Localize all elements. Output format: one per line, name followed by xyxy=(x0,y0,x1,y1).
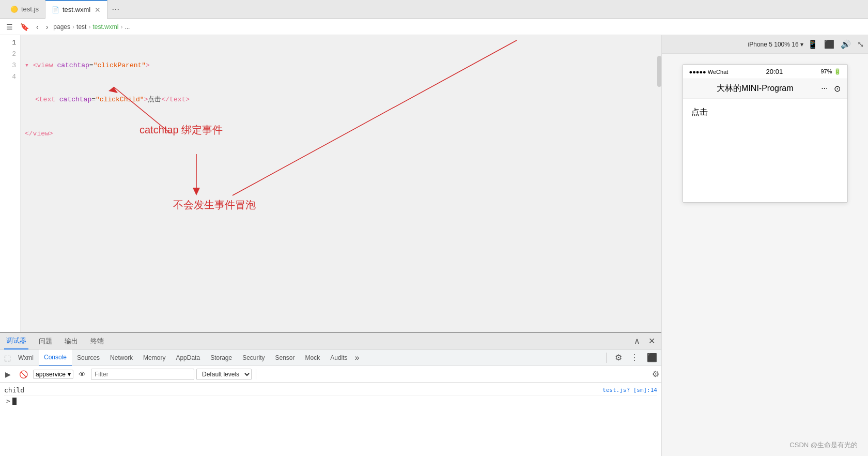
tab-js-label: test.js xyxy=(21,5,39,13)
panel-tab-mock[interactable]: Mock xyxy=(300,349,326,366)
tab-wxml-label: test.wxml xyxy=(63,6,90,13)
console-cursor xyxy=(12,398,17,405)
devtools-more-button[interactable]: ⋮ xyxy=(628,352,641,363)
code-line-3: </view> xyxy=(25,128,657,140)
left-panel: 1 2 3 4 ▾ <view catchtap="clickParent"> … xyxy=(0,35,661,456)
code-editor: 1 2 3 4 ▾ <view catchtap="clickParent"> … xyxy=(0,35,661,332)
device-icons: 📱 ⬛ 🔊 ⤡ xyxy=(808,39,864,49)
devtools-panel-tabs: ⬚ Wxml Console Sources Network Memory xyxy=(0,349,661,366)
appservice-selector[interactable]: appservice ▾ xyxy=(33,370,73,379)
phone-status-bar: ●●●●● WeChat 20:01 97% 🔋 xyxy=(683,65,847,79)
devtools-bottom: 调试器 问题 输出 终端 ∧ ✕ xyxy=(0,332,661,456)
forward-button[interactable]: › xyxy=(44,22,51,32)
panel-tab-audits[interactable]: Audits xyxy=(325,349,352,366)
console-output: child test.js? [sm]:14 > xyxy=(0,383,661,456)
level-select[interactable]: Default levels xyxy=(196,369,252,380)
phone-battery: 97% 🔋 xyxy=(820,68,841,75)
filter-input[interactable] xyxy=(91,369,194,380)
devtools-settings-button[interactable]: ⚙ xyxy=(613,352,624,363)
panel-tab-sources[interactable]: Sources xyxy=(72,349,105,366)
panel-tab-wxml[interactable]: Wxml xyxy=(13,349,39,366)
panel-tab-sensor[interactable]: Sensor xyxy=(270,349,300,366)
inspector-icon-button[interactable]: ⬚ xyxy=(2,353,13,363)
tab-js-icon: 🟡 xyxy=(10,6,18,13)
device-panel: iPhone 5 100% 16 ▾ 📱 ⬛ 🔊 ⤡ xyxy=(661,35,868,456)
console-filter-bar: ▶ 🚫 appservice ▾ 👁 Default levels ⚙ xyxy=(0,366,661,383)
toolbar: ☰ 🔖 ‹ › pages › test › test.wxml › ... xyxy=(0,19,868,35)
device-toolbar: iPhone 5 100% 16 ▾ 📱 ⬛ 🔊 ⤡ xyxy=(662,35,868,54)
devtools-tab-issues[interactable]: 问题 xyxy=(37,333,54,349)
devtools-header: 调试器 问题 输出 终端 ∧ ✕ xyxy=(0,333,661,349)
code-line-2: <text catchtap="clickChild">点击</text> xyxy=(25,94,657,105)
breadcrumb-file-link[interactable]: test.wxml xyxy=(92,23,118,31)
code-content: 1 2 3 4 ▾ <view catchtap="clickParent"> … xyxy=(0,35,661,332)
battery-icon: 🔋 xyxy=(834,68,841,74)
devtools-tab-terminal[interactable]: 终端 xyxy=(88,333,106,349)
panel-tab-console[interactable]: Console xyxy=(39,349,72,366)
tab-wxml-icon: 📄 xyxy=(52,6,59,13)
phone-circle-icon[interactable]: ⊙ xyxy=(834,84,841,94)
devtools-tab-output[interactable]: 输出 xyxy=(63,333,80,349)
volume-icon[interactable]: 🔊 xyxy=(841,39,851,49)
run-button[interactable]: ▶ xyxy=(2,369,14,379)
console-source-link[interactable]: test.js? [sm]:14 xyxy=(602,387,657,393)
phone-title: 大林的MINI-Program xyxy=(717,83,793,94)
tab-test-js[interactable]: 🟡 test.js xyxy=(4,0,45,19)
tab-more-button[interactable]: ··· xyxy=(112,4,119,14)
devtools-header-right: ∧ ✕ xyxy=(632,335,657,347)
panel-tab-storage[interactable]: Storage xyxy=(205,349,237,366)
phone-nav-icons: ··· ⊙ xyxy=(821,84,841,94)
line-numbers: 1 2 3 4 xyxy=(0,35,21,332)
eye-button[interactable]: 👁 xyxy=(75,369,89,379)
breadcrumb: pages › test › test.wxml › ... xyxy=(53,23,130,31)
close-tab-button[interactable]: ✕ xyxy=(95,6,101,14)
device-dropdown-icon: ▾ xyxy=(800,41,803,48)
filter-separator xyxy=(256,369,256,379)
phone-content: 点击 xyxy=(683,99,847,202)
watermark: CSDN @生命是有光的 xyxy=(789,440,858,450)
rotate-portrait-icon[interactable]: 📱 xyxy=(808,39,818,49)
console-input-row[interactable]: > xyxy=(4,396,657,406)
filter-gear-icon[interactable]: ⚙ xyxy=(652,369,659,379)
stop-button[interactable]: 🚫 xyxy=(16,369,31,379)
panel-tab-network[interactable]: Network xyxy=(105,349,138,366)
panel-tab-icons: ⚙ ⋮ ⬛ xyxy=(604,352,659,363)
panel-tab-security[interactable]: Security xyxy=(237,349,270,366)
phone-signal: ●●●●● WeChat xyxy=(689,69,729,75)
code-line-4 xyxy=(25,162,657,174)
dropdown-arrow-icon: ▾ xyxy=(68,371,71,378)
devtools-collapse-button[interactable]: ∧ xyxy=(632,335,642,347)
devtools-dock-button[interactable]: ⬛ xyxy=(645,352,659,363)
back-button[interactable]: ‹ xyxy=(34,22,41,32)
menu-button[interactable]: ☰ xyxy=(4,22,15,32)
phone-dots-icon[interactable]: ··· xyxy=(821,84,828,94)
panel-tab-appdata[interactable]: AppData xyxy=(171,349,205,366)
devtools-header-tabs: 调试器 问题 输出 终端 xyxy=(4,333,106,349)
panel-tab-memory[interactable]: Memory xyxy=(138,349,171,366)
console-text-child: child xyxy=(4,386,24,394)
tab-test-wxml[interactable]: 📄 test.wxml ✕ xyxy=(45,0,107,19)
rotate-landscape-icon[interactable]: ⬛ xyxy=(824,39,834,49)
tab-bar: 🟡 test.js 📄 test.wxml ✕ ··· xyxy=(0,0,868,19)
phone-nav-bar: 大林的MINI-Program ··· ⊙ xyxy=(683,79,847,99)
panel-tab-more[interactable]: » xyxy=(353,353,362,362)
code-lines[interactable]: ▾ <view catchtap="clickParent"> <text ca… xyxy=(21,35,661,332)
device-model-select[interactable]: iPhone 5 100% 16 ▾ xyxy=(748,41,803,48)
devtools-tab-debugger[interactable]: 调试器 xyxy=(4,333,28,349)
separator xyxy=(606,353,607,363)
bookmark-button[interactable]: 🔖 xyxy=(18,22,31,32)
phone-frame: ●●●●● WeChat 20:01 97% 🔋 大林的MINI-Program… xyxy=(683,64,848,203)
code-line-1: ▾ <view catchtap="clickParent"> xyxy=(25,60,657,71)
phone-time: 20:01 xyxy=(766,68,783,75)
devtools-close-button[interactable]: ✕ xyxy=(646,335,657,347)
console-prompt: > xyxy=(6,397,10,405)
expand-icon[interactable]: ⤡ xyxy=(857,39,864,49)
console-row-child: child test.js? [sm]:14 xyxy=(4,385,657,396)
phone-content-text[interactable]: 点击 xyxy=(691,108,708,116)
